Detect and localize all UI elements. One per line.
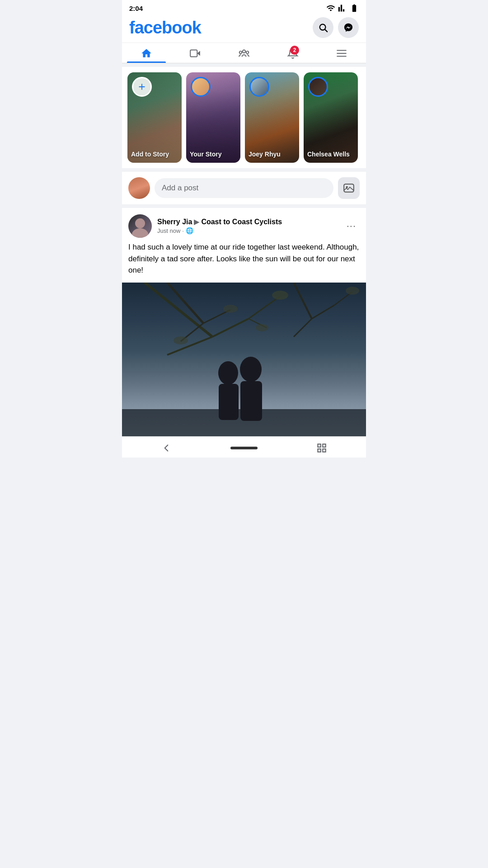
post-author-line: Sherry Jia ▶ Coast to Coast Cyclists: [157, 218, 338, 226]
svg-point-12: [135, 218, 145, 228]
rotate-button[interactable]: [316, 442, 328, 454]
svg-point-6: [246, 51, 249, 53]
status-time: 2:04: [129, 5, 143, 12]
svg-point-34: [240, 357, 262, 382]
svg-point-26: [272, 291, 288, 300]
nav-tabs: 2: [122, 42, 366, 63]
post-author-name[interactable]: Sherry Jia: [157, 218, 192, 226]
svg-line-1: [325, 30, 328, 32]
plus-icon: [137, 82, 147, 92]
messenger-button[interactable]: [338, 17, 359, 38]
svg-point-4: [243, 50, 246, 53]
svg-point-27: [256, 324, 268, 331]
post-group-arrow: ▶: [194, 218, 199, 226]
photo-icon: [343, 182, 355, 194]
post-body-text: I had such a lovely time at our ride tog…: [122, 241, 366, 283]
rotate-icon: [316, 442, 328, 454]
tab-video[interactable]: [171, 43, 220, 63]
story-joey-label: Joey Rhyu: [249, 151, 297, 158]
story-add-label: Add to Story: [131, 151, 180, 158]
signal-icon: [338, 4, 347, 13]
bottom-nav: [122, 436, 366, 458]
add-post-section: Add a post: [122, 172, 366, 204]
back-icon: [160, 442, 172, 454]
post-author-avatar[interactable]: [128, 214, 152, 238]
post-timestamp: Just now: [157, 227, 180, 234]
couple-silhouette-svg: [122, 337, 366, 436]
post-section: Sherry Jia ▶ Coast to Coast Cyclists Jus…: [122, 208, 366, 436]
svg-rect-35: [240, 381, 262, 421]
svg-line-16: [212, 319, 249, 337]
video-icon: [189, 47, 201, 59]
svg-point-13: [132, 228, 148, 238]
story-yours[interactable]: Your Story: [186, 72, 240, 163]
svg-point-29: [346, 287, 359, 295]
story-chelsea-label: Chelsea Wells: [307, 151, 356, 158]
post-more-button[interactable]: ···: [343, 218, 360, 234]
groups-icon: [238, 47, 250, 59]
svg-marker-3: [197, 51, 200, 56]
wifi-icon: [326, 4, 335, 13]
svg-point-5: [239, 51, 242, 53]
home-pill[interactable]: [230, 447, 258, 449]
menu-icon: [336, 47, 347, 59]
tab-home[interactable]: [122, 43, 171, 63]
tab-menu[interactable]: [317, 43, 366, 63]
story-joey-avatar: [249, 77, 269, 97]
story-chelsea[interactable]: Chelsea Wells: [304, 72, 358, 163]
privacy-icon: 🌐: [186, 227, 193, 234]
svg-line-17: [249, 296, 280, 319]
svg-rect-33: [219, 384, 239, 420]
header: facebook: [122, 14, 366, 42]
avatar-silhouette: [128, 214, 152, 238]
svg-line-22: [294, 283, 312, 319]
svg-line-23: [294, 319, 312, 337]
status-bar: 2:04: [122, 0, 366, 14]
post-header: Sherry Jia ▶ Coast to Coast Cyclists Jus…: [122, 208, 366, 241]
stories-section: Add to Story Your Story Joey Rhyu Chelse…: [122, 67, 366, 168]
notification-badge: 2: [290, 46, 299, 55]
status-icons: [326, 4, 359, 13]
search-button[interactable]: [313, 17, 333, 38]
post-image[interactable]: [122, 283, 366, 436]
story-add-btn[interactable]: [132, 77, 152, 97]
svg-rect-2: [190, 50, 197, 57]
search-icon: [318, 23, 328, 33]
current-user-avatar: [128, 177, 150, 199]
photo-button[interactable]: [338, 177, 360, 199]
svg-line-24: [312, 305, 334, 319]
battery-icon: [350, 4, 359, 13]
back-button[interactable]: [160, 442, 172, 454]
facebook-logo: facebook: [129, 18, 201, 38]
story-joey[interactable]: Joey Rhyu: [245, 72, 299, 163]
header-icons: [313, 17, 359, 38]
story-chelsea-avatar: [308, 77, 328, 97]
story-add[interactable]: Add to Story: [127, 72, 182, 163]
messenger-icon: [343, 23, 353, 33]
tab-groups[interactable]: [220, 43, 268, 63]
tab-notifications[interactable]: 2: [268, 43, 317, 63]
story-your-avatar: [191, 77, 211, 97]
svg-point-32: [218, 361, 238, 385]
home-icon: [141, 47, 152, 59]
svg-line-14: [145, 283, 212, 337]
post-group-name[interactable]: Coast to Coast Cyclists: [201, 218, 282, 226]
svg-line-19: [167, 283, 203, 323]
add-post-input[interactable]: Add a post: [155, 178, 333, 198]
story-your-label: Your Story: [190, 151, 239, 158]
svg-point-30: [223, 305, 238, 313]
post-time-line: Just now · 🌐: [157, 227, 338, 234]
svg-point-0: [320, 24, 326, 30]
post-meta: Sherry Jia ▶ Coast to Coast Cyclists Jus…: [157, 218, 338, 234]
